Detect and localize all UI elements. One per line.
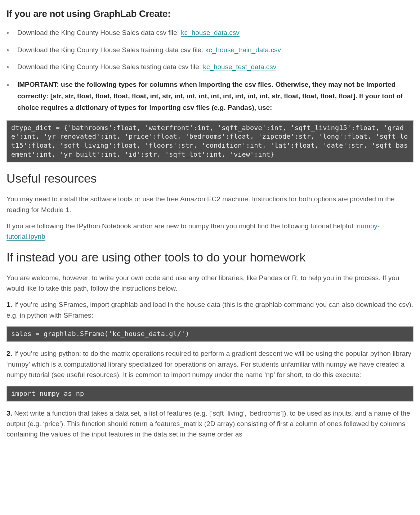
code-block-numpy: import numpy as np: [6, 386, 414, 402]
list-item: Download the King County House Sales dat…: [6, 27, 414, 38]
important-note: IMPORTANT: use the following types for c…: [6, 79, 414, 114]
list-item: Download the King County House Sales tra…: [6, 45, 414, 55]
paragraph: If you are following the IPython Noteboo…: [6, 221, 414, 242]
step-1: 1. If you’re using SFrames, import graph…: [6, 299, 414, 321]
list-item-text: Download the King County House Sales dat…: [17, 29, 181, 36]
step-number: 3.: [6, 409, 12, 417]
step-3: 3. Next write a function that takes a da…: [6, 408, 414, 440]
download-link-data[interactable]: kc_house_data.csv: [181, 29, 240, 37]
step-text: If you’re using python: to do the matrix…: [6, 350, 411, 379]
list-item-text: Download the King County House Sales tes…: [17, 63, 203, 71]
step-text: Next write a function that takes a data …: [6, 409, 410, 438]
paragraph: You may need to install the software too…: [6, 194, 414, 215]
heading-other-tools: If instead you are using other tools to …: [6, 248, 414, 267]
download-link-train[interactable]: kc_house_train_data.csv: [205, 46, 281, 54]
code-block-sframe: sales = graphlab.SFrame('kc_house_data.g…: [6, 326, 414, 342]
code-block-dtype: dtype_dict = {'bathrooms':float, 'waterf…: [6, 120, 414, 163]
paragraph: You are welcome, however, to write your …: [6, 273, 414, 294]
download-list: Download the King County House Sales dat…: [6, 27, 414, 113]
list-item: Download the King County House Sales tes…: [6, 62, 414, 72]
step-number: 2.: [6, 350, 12, 357]
paragraph-text: If you are following the IPython Noteboo…: [6, 222, 357, 230]
heading-useful-resources: Useful resources: [6, 169, 414, 188]
step-number: 1.: [6, 301, 12, 308]
step-text: If you’re using SFrames, import graphlab…: [6, 301, 413, 319]
download-link-test[interactable]: kc_house_test_data.csv: [203, 63, 276, 71]
list-item-text: Download the King County House Sales tra…: [17, 46, 205, 54]
step-2: 2. If you’re using python: to do the mat…: [6, 348, 414, 380]
heading-not-using-graphlab: If you are not using GraphLab Create:: [6, 6, 414, 21]
